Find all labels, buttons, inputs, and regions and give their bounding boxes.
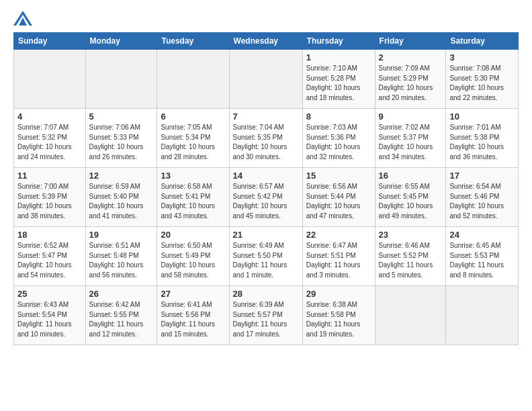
day-info: Sunrise: 6:57 AM Sunset: 5:42 PM Dayligh… xyxy=(233,182,299,221)
calendar-header-row: SundayMondayTuesdayWednesdayThursdayFrid… xyxy=(14,33,519,50)
day-number: 9 xyxy=(379,111,443,122)
day-info: Sunrise: 7:00 AM Sunset: 5:39 PM Dayligh… xyxy=(17,182,82,221)
calendar-cell: 5Sunrise: 7:06 AM Sunset: 5:33 PM Daylig… xyxy=(85,109,157,168)
calendar-cell: 26Sunrise: 6:42 AM Sunset: 5:55 PM Dayli… xyxy=(85,286,157,345)
day-number: 18 xyxy=(17,230,82,240)
day-info: Sunrise: 7:06 AM Sunset: 5:33 PM Dayligh… xyxy=(89,123,154,162)
day-number: 3 xyxy=(449,52,515,62)
calendar-cell: 9Sunrise: 7:02 AM Sunset: 5:37 PM Daylig… xyxy=(375,109,446,168)
calendar-cell: 16Sunrise: 6:55 AM Sunset: 5:45 PM Dayli… xyxy=(375,168,446,227)
calendar-header-thursday: Thursday xyxy=(302,33,375,50)
calendar-cell xyxy=(85,50,157,109)
calendar-cell: 25Sunrise: 6:43 AM Sunset: 5:54 PM Dayli… xyxy=(14,286,86,345)
day-number: 1 xyxy=(306,52,371,62)
day-info: Sunrise: 6:39 AM Sunset: 5:57 PM Dayligh… xyxy=(233,300,299,339)
calendar-cell xyxy=(229,50,302,109)
calendar-cell: 20Sunrise: 6:50 AM Sunset: 5:49 PM Dayli… xyxy=(157,227,229,286)
calendar-header-sunday: Sunday xyxy=(14,33,86,50)
day-number: 23 xyxy=(379,230,443,240)
day-number: 2 xyxy=(379,52,443,62)
day-info: Sunrise: 6:42 AM Sunset: 5:55 PM Dayligh… xyxy=(89,300,154,339)
calendar-cell: 18Sunrise: 6:52 AM Sunset: 5:47 PM Dayli… xyxy=(14,227,86,286)
calendar-cell: 22Sunrise: 6:47 AM Sunset: 5:51 PM Dayli… xyxy=(302,227,375,286)
calendar-cell: 14Sunrise: 6:57 AM Sunset: 5:42 PM Dayli… xyxy=(229,168,302,227)
day-number: 25 xyxy=(17,289,82,299)
calendar-cell: 13Sunrise: 6:58 AM Sunset: 5:41 PM Dayli… xyxy=(157,168,229,227)
calendar-week-2: 11Sunrise: 7:00 AM Sunset: 5:39 PM Dayli… xyxy=(14,168,519,227)
day-number: 16 xyxy=(379,171,443,181)
day-info: Sunrise: 6:54 AM Sunset: 5:46 PM Dayligh… xyxy=(449,182,515,221)
day-number: 21 xyxy=(233,230,299,240)
calendar-cell xyxy=(446,286,519,345)
logo xyxy=(13,11,35,26)
day-number: 6 xyxy=(161,111,225,122)
day-info: Sunrise: 6:56 AM Sunset: 5:44 PM Dayligh… xyxy=(306,182,371,221)
calendar-cell: 28Sunrise: 6:39 AM Sunset: 5:57 PM Dayli… xyxy=(229,286,302,345)
calendar-cell: 21Sunrise: 6:49 AM Sunset: 5:50 PM Dayli… xyxy=(229,227,302,286)
calendar-week-3: 18Sunrise: 6:52 AM Sunset: 5:47 PM Dayli… xyxy=(14,227,519,286)
calendar-header-monday: Monday xyxy=(85,33,157,50)
calendar-cell: 15Sunrise: 6:56 AM Sunset: 5:44 PM Dayli… xyxy=(302,168,375,227)
day-info: Sunrise: 6:43 AM Sunset: 5:54 PM Dayligh… xyxy=(17,300,82,339)
calendar-cell: 29Sunrise: 6:38 AM Sunset: 5:58 PM Dayli… xyxy=(302,286,375,345)
logo-icon xyxy=(13,11,32,26)
day-number: 24 xyxy=(449,230,515,240)
day-info: Sunrise: 7:09 AM Sunset: 5:29 PM Dayligh… xyxy=(379,64,443,103)
calendar-header-saturday: Saturday xyxy=(446,33,519,50)
day-number: 7 xyxy=(233,111,299,122)
day-number: 11 xyxy=(17,171,82,181)
day-info: Sunrise: 6:58 AM Sunset: 5:41 PM Dayligh… xyxy=(161,182,225,221)
calendar-cell: 23Sunrise: 6:46 AM Sunset: 5:52 PM Dayli… xyxy=(375,227,446,286)
day-number: 14 xyxy=(233,171,299,181)
calendar-header-tuesday: Tuesday xyxy=(157,33,229,50)
calendar-cell: 12Sunrise: 6:59 AM Sunset: 5:40 PM Dayli… xyxy=(85,168,157,227)
calendar-cell: 19Sunrise: 6:51 AM Sunset: 5:48 PM Dayli… xyxy=(85,227,157,286)
calendar-cell: 11Sunrise: 7:00 AM Sunset: 5:39 PM Dayli… xyxy=(14,168,86,227)
day-info: Sunrise: 6:55 AM Sunset: 5:45 PM Dayligh… xyxy=(379,182,443,221)
day-number: 13 xyxy=(161,171,225,181)
day-info: Sunrise: 6:51 AM Sunset: 5:48 PM Dayligh… xyxy=(89,241,154,280)
calendar-week-0: 1Sunrise: 7:10 AM Sunset: 5:28 PM Daylig… xyxy=(14,50,519,109)
calendar-cell: 6Sunrise: 7:05 AM Sunset: 5:34 PM Daylig… xyxy=(157,109,229,168)
day-number: 20 xyxy=(161,230,225,240)
header-area xyxy=(13,11,519,26)
calendar-cell: 24Sunrise: 6:45 AM Sunset: 5:53 PM Dayli… xyxy=(446,227,519,286)
page: SundayMondayTuesdayWednesdayThursdayFrid… xyxy=(0,0,532,352)
day-info: Sunrise: 6:46 AM Sunset: 5:52 PM Dayligh… xyxy=(379,241,443,280)
day-number: 10 xyxy=(449,111,515,122)
day-info: Sunrise: 7:02 AM Sunset: 5:37 PM Dayligh… xyxy=(379,123,443,162)
day-info: Sunrise: 6:52 AM Sunset: 5:47 PM Dayligh… xyxy=(17,241,82,280)
day-info: Sunrise: 6:47 AM Sunset: 5:51 PM Dayligh… xyxy=(306,241,371,280)
day-info: Sunrise: 7:05 AM Sunset: 5:34 PM Dayligh… xyxy=(161,123,225,162)
day-number: 15 xyxy=(306,171,371,181)
day-info: Sunrise: 7:10 AM Sunset: 5:28 PM Dayligh… xyxy=(306,64,371,103)
calendar-cell: 3Sunrise: 7:08 AM Sunset: 5:30 PM Daylig… xyxy=(446,50,519,109)
calendar-week-1: 4Sunrise: 7:07 AM Sunset: 5:32 PM Daylig… xyxy=(14,109,519,168)
day-info: Sunrise: 6:50 AM Sunset: 5:49 PM Dayligh… xyxy=(161,241,225,280)
day-info: Sunrise: 6:45 AM Sunset: 5:53 PM Dayligh… xyxy=(449,241,515,280)
day-number: 27 xyxy=(161,289,225,299)
calendar-table: SundayMondayTuesdayWednesdayThursdayFrid… xyxy=(13,32,519,345)
calendar-header-wednesday: Wednesday xyxy=(229,33,302,50)
calendar-week-4: 25Sunrise: 6:43 AM Sunset: 5:54 PM Dayli… xyxy=(14,286,519,345)
calendar-cell: 27Sunrise: 6:41 AM Sunset: 5:56 PM Dayli… xyxy=(157,286,229,345)
calendar-cell: 2Sunrise: 7:09 AM Sunset: 5:29 PM Daylig… xyxy=(375,50,446,109)
day-number: 17 xyxy=(449,171,515,181)
day-info: Sunrise: 6:59 AM Sunset: 5:40 PM Dayligh… xyxy=(89,182,154,221)
day-number: 29 xyxy=(306,289,371,299)
day-info: Sunrise: 6:38 AM Sunset: 5:58 PM Dayligh… xyxy=(306,300,371,339)
day-number: 26 xyxy=(89,289,154,299)
day-info: Sunrise: 7:03 AM Sunset: 5:36 PM Dayligh… xyxy=(306,123,371,162)
day-info: Sunrise: 7:04 AM Sunset: 5:35 PM Dayligh… xyxy=(233,123,299,162)
day-number: 4 xyxy=(17,111,82,122)
calendar-cell: 4Sunrise: 7:07 AM Sunset: 5:32 PM Daylig… xyxy=(14,109,86,168)
day-info: Sunrise: 6:41 AM Sunset: 5:56 PM Dayligh… xyxy=(161,300,225,339)
day-number: 28 xyxy=(233,289,299,299)
calendar-cell: 8Sunrise: 7:03 AM Sunset: 5:36 PM Daylig… xyxy=(302,109,375,168)
day-number: 22 xyxy=(306,230,371,240)
calendar-cell: 1Sunrise: 7:10 AM Sunset: 5:28 PM Daylig… xyxy=(302,50,375,109)
day-info: Sunrise: 7:01 AM Sunset: 5:38 PM Dayligh… xyxy=(449,123,515,162)
calendar-cell: 7Sunrise: 7:04 AM Sunset: 5:35 PM Daylig… xyxy=(229,109,302,168)
day-number: 19 xyxy=(89,230,154,240)
day-info: Sunrise: 7:07 AM Sunset: 5:32 PM Dayligh… xyxy=(17,123,82,162)
